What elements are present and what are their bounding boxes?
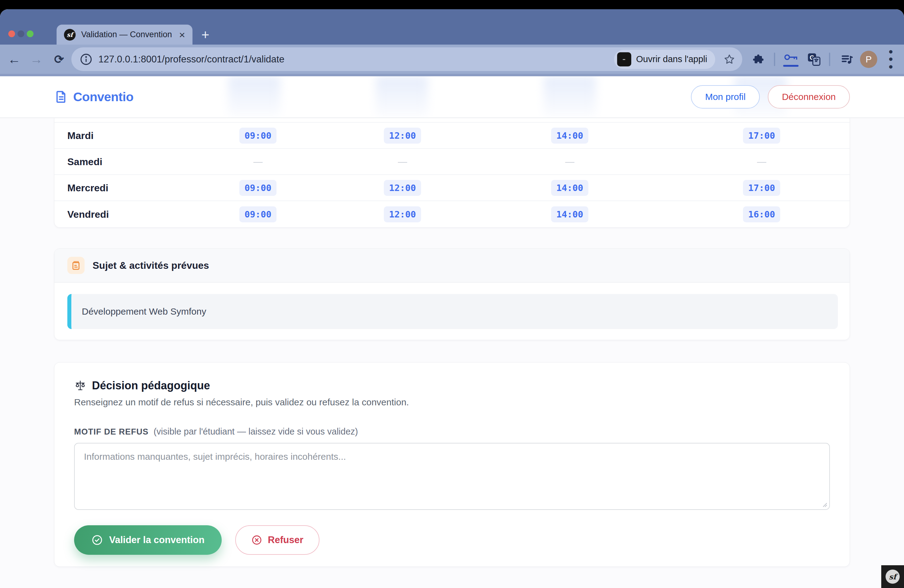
time-chip: 17:00 <box>743 180 780 196</box>
empty-slot: — <box>757 156 766 167</box>
decision-section-title: Décision pédagogique <box>92 379 210 392</box>
toolbar-separator <box>829 52 830 66</box>
day-label: Vendredi <box>67 209 109 220</box>
toolbar-separator <box>774 52 775 66</box>
symfony-logo-icon: sf <box>885 569 900 584</box>
reload-icon[interactable]: ⟳ <box>54 54 64 65</box>
window-minimize-button[interactable] <box>17 30 24 37</box>
page-content: Conventio Mon profil Déconnexion Mardi09… <box>0 76 904 588</box>
scroll-ghost-column <box>228 76 280 117</box>
back-icon[interactable]: ← <box>8 53 21 66</box>
open-in-app-button[interactable]: ▪▪ Ouvrir dans l'appli <box>614 50 715 69</box>
table-row: Samedi———— <box>54 149 850 175</box>
table-row: Vendredi09:0012:0014:0016:00 <box>54 201 850 227</box>
subject-content: Développement Web Symfony <box>67 294 838 329</box>
time-chip: 09:00 <box>239 180 277 196</box>
empty-slot: — <box>565 156 574 167</box>
extensions-puzzle-icon[interactable] <box>752 52 765 66</box>
check-circle-icon <box>91 534 103 546</box>
x-circle-icon <box>251 534 262 545</box>
refusal-reason-hint: (visible par l'étudiant — laissez vide s… <box>153 427 358 436</box>
document-logo-icon <box>54 90 68 104</box>
app-header: Conventio Mon profil Déconnexion <box>0 76 904 118</box>
site-info-icon[interactable] <box>78 51 94 67</box>
scroll-ghost-column <box>376 76 428 117</box>
day-label: Mercredi <box>67 182 108 193</box>
url-text: 127.0.0.1:8001/professor/contract/1/vali… <box>98 54 614 65</box>
my-profile-button[interactable]: Mon profil <box>691 85 760 109</box>
browser-window: sf Validation — Convention #1 × + ← → ⟳ … <box>0 9 904 588</box>
time-chip: 12:00 <box>384 180 421 196</box>
table-row: Mercredi09:0012:0014:0017:00 <box>54 175 850 201</box>
scales-icon <box>74 379 86 392</box>
new-tab-button[interactable]: + <box>201 25 209 44</box>
browser-menu-kebab-icon[interactable]: ••• <box>889 47 893 70</box>
symfony-debug-toolbar-button[interactable]: sf <box>881 565 904 588</box>
schedule-table-card: Mardi09:0012:0014:0017:00Samedi————Mercr… <box>54 118 850 228</box>
bookmark-star-icon[interactable] <box>723 53 735 65</box>
validate-convention-button[interactable]: Valider la convention <box>74 525 222 555</box>
time-chip: 16:00 <box>743 206 780 222</box>
refuse-button[interactable]: Refuser <box>235 525 319 555</box>
media-playlist-icon[interactable] <box>840 52 854 66</box>
browser-profile-avatar[interactable]: P <box>860 51 877 68</box>
password-key-icon[interactable] <box>783 52 798 67</box>
decision-subtitle: Renseignez un motif de refus si nécessai… <box>74 397 830 408</box>
time-chip: 14:00 <box>551 128 588 144</box>
subject-section-card: Sujet & activités prévues Développement … <box>54 248 850 340</box>
address-bar[interactable]: 127.0.0.1:8001/professor/contract/1/vali… <box>71 47 742 71</box>
decision-section-card: Décision pédagogique Renseignez un motif… <box>54 362 850 567</box>
symfony-favicon-icon: sf <box>64 29 76 41</box>
tab-title: Validation — Convention #1 <box>81 30 174 40</box>
browser-toolbar: ← → ⟳ 127.0.0.1:8001/professor/contract/… <box>0 44 904 74</box>
scroll-ghost-column <box>544 76 596 117</box>
browser-tab[interactable]: sf Validation — Convention #1 × <box>57 25 193 44</box>
time-chip: 09:00 <box>239 206 277 222</box>
browser-tab-strip: sf Validation — Convention #1 × + <box>0 9 904 44</box>
subject-section-header: Sujet & activités prévues <box>54 249 850 283</box>
tab-close-icon[interactable]: × <box>179 30 185 40</box>
time-chip: 17:00 <box>743 128 780 144</box>
toolbar-edge <box>0 74 904 76</box>
day-label: Samedi <box>67 156 103 167</box>
table-row: Mardi09:0012:0014:0017:00 <box>54 123 850 149</box>
textarea-resize-handle[interactable] <box>821 501 827 507</box>
app-icon: ▪▪ <box>617 52 631 66</box>
empty-slot: — <box>398 156 407 167</box>
clipped-row-sliver <box>54 118 850 123</box>
empty-slot: — <box>253 156 262 167</box>
schedule-table-body: Mardi09:0012:0014:0017:00Samedi————Mercr… <box>54 123 850 227</box>
time-chip: 14:00 <box>551 206 588 222</box>
logout-button[interactable]: Déconnexion <box>768 85 850 109</box>
brand-name: Conventio <box>73 90 133 104</box>
day-label: Mardi <box>67 130 93 141</box>
translate-icon[interactable]: G <box>807 52 821 66</box>
key-active-underline <box>783 65 798 67</box>
refusal-reason-label: MOTIF DE REFUS <box>74 427 149 436</box>
refusal-reason-textarea[interactable] <box>74 443 830 510</box>
time-chip: 12:00 <box>384 128 421 144</box>
time-chip: 14:00 <box>551 180 588 196</box>
window-close-button[interactable] <box>8 30 15 37</box>
forward-icon[interactable]: → <box>30 53 43 66</box>
window-zoom-button[interactable] <box>27 30 33 37</box>
time-chip: 12:00 <box>384 206 421 222</box>
brand-logo[interactable]: Conventio <box>54 90 133 104</box>
notepad-icon <box>67 257 85 274</box>
subject-section-title: Sujet & activités prévues <box>93 260 209 271</box>
time-chip: 09:00 <box>239 128 277 144</box>
